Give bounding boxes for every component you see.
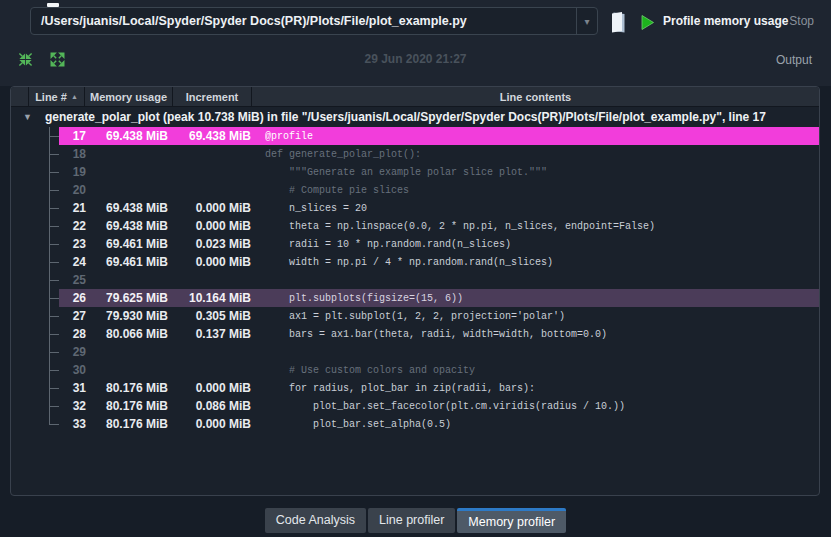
line-number: 33	[59, 417, 86, 431]
memory-usage-value: 80.176 MiB	[86, 381, 168, 395]
profile-line-row[interactable]: 31 80.176 MiB 0.000 MiB for radius, plot…	[11, 379, 819, 397]
line-number: 18	[59, 147, 86, 161]
table-header: Line # ▲ Memory usage Increment Line con…	[11, 87, 819, 107]
line-code: for radius, plot_bar in zip(radii, bars)…	[265, 383, 535, 394]
memory-usage-value: 79.625 MiB	[86, 291, 168, 305]
stop-button[interactable]: Stop	[789, 9, 814, 33]
increment-value: 0.000 MiB	[168, 219, 251, 233]
tab-memory-profiler[interactable]: Memory profiler	[457, 508, 566, 533]
column-header-memory-usage[interactable]: Memory usage	[85, 87, 173, 106]
column-header-line[interactable]: Line # ▲	[29, 87, 85, 106]
run-profiler-icon[interactable]	[640, 14, 656, 31]
profile-line-row[interactable]: 20 # Compute pie slices	[11, 181, 819, 199]
line-number: 26	[59, 291, 86, 305]
profile-memory-usage-button[interactable]: Profile memory usage	[663, 9, 788, 33]
tree-branch	[11, 253, 59, 271]
file-path-combobox[interactable]: /Users/juanis/Local/Spyder/Spyder Docs(P…	[30, 7, 598, 35]
profile-line-row[interactable]: 32 80.176 MiB 0.086 MiB plot_bar.set_fac…	[11, 397, 819, 415]
line-code: theta = np.linspace(0.0, 2 * np.pi, n_sl…	[265, 221, 655, 232]
tab-code-analysis[interactable]: Code Analysis	[265, 508, 366, 533]
line-number: 17	[59, 129, 86, 143]
profile-line-row[interactable]: 18 def generate_polar_plot():	[11, 145, 819, 163]
line-code: plt.subplots(figsize=(15, 6))	[265, 293, 463, 304]
profile-line-row[interactable]: 27 79.930 MiB 0.305 MiB ax1 = plt.subplo…	[11, 307, 819, 325]
line-code: n_slices = 20	[265, 203, 367, 214]
tree-branch	[11, 289, 59, 307]
tree-branch	[11, 145, 59, 163]
line-number: 28	[59, 327, 86, 341]
tree-branch	[11, 361, 59, 379]
increment-value: 0.086 MiB	[168, 399, 251, 413]
memory-usage-value: 69.461 MiB	[86, 255, 168, 269]
memory-usage-value: 80.176 MiB	[86, 417, 168, 431]
line-number: 29	[59, 345, 86, 359]
column-header-increment[interactable]: Increment	[173, 87, 252, 106]
column-header-line-label: Line #	[35, 91, 67, 103]
profile-line-row[interactable]: 23 69.461 MiB 0.023 MiB radii = 10 * np.…	[11, 235, 819, 253]
memory-usage-value: 79.930 MiB	[86, 309, 168, 323]
increment-value: 0.023 MiB	[168, 237, 251, 251]
memory-usage-value: 69.438 MiB	[86, 219, 168, 233]
profile-line-row[interactable]: 25	[11, 271, 819, 289]
profile-line-row[interactable]: 28 80.066 MiB 0.137 MiB bars = ax1.bar(t…	[11, 325, 819, 343]
memory-profiler-pane: /Users/juanis/Local/Spyder/Spyder Docs(P…	[0, 0, 831, 537]
function-summary-text: generate_polar_plot (peak 10.738 MiB) in…	[45, 110, 766, 124]
profile-line-row[interactable]: 22 69.438 MiB 0.000 MiB theta = np.linsp…	[11, 217, 819, 235]
sort-ascending-icon: ▲	[71, 93, 78, 100]
line-number: 27	[59, 309, 86, 323]
tree-branch	[11, 379, 59, 397]
profile-line-row[interactable]: 19 """Generate an example polar slice pl…	[11, 163, 819, 181]
increment-value: 69.438 MiB	[168, 129, 251, 143]
file-path-value[interactable]: /Users/juanis/Local/Spyder/Spyder Docs(P…	[31, 14, 576, 28]
tree-branch	[11, 127, 59, 145]
line-number: 19	[59, 165, 86, 179]
run-timestamp: 29 Jun 2020 21:27	[0, 52, 831, 66]
increment-value: 0.000 MiB	[168, 417, 251, 431]
tree-branch	[11, 415, 59, 433]
line-code: width = np.pi / 4 * np.random.rand(n_sli…	[265, 257, 553, 268]
increment-value: 0.000 MiB	[168, 255, 251, 269]
increment-value: 0.137 MiB	[168, 327, 251, 341]
increment-value: 0.305 MiB	[168, 309, 251, 323]
line-code: plot_bar.set_facecolor(plt.cm.viridis(ra…	[265, 401, 625, 412]
column-header-line-contents[interactable]: Line contents	[252, 87, 819, 106]
line-code: """Generate an example polar slice plot.…	[265, 167, 547, 178]
memory-usage-value: 80.066 MiB	[86, 327, 168, 341]
profile-line-row[interactable]: 17 69.438 MiB 69.438 MiB @profile	[11, 127, 819, 145]
tree-branch	[11, 325, 59, 343]
profile-line-row[interactable]: 30 # Use custom colors and opacity	[11, 361, 819, 379]
increment-value: 0.000 MiB	[168, 201, 251, 215]
line-number: 31	[59, 381, 86, 395]
line-number: 25	[59, 273, 86, 287]
tree-branch	[11, 235, 59, 253]
function-summary-row[interactable]: ▼ generate_polar_plot (peak 10.738 MiB) …	[11, 107, 819, 127]
memory-usage-value: 80.176 MiB	[86, 399, 168, 413]
line-code: ax1 = plt.subplot(1, 2, 2, projection='p…	[265, 311, 565, 322]
increment-value: 0.000 MiB	[168, 381, 251, 395]
line-code: bars = ax1.bar(theta, radii, width=width…	[265, 329, 607, 340]
chevron-down-icon[interactable]: ▾	[576, 8, 597, 34]
memory-profile-table: Line # ▲ Memory usage Increment Line con…	[10, 86, 820, 496]
tree-branch	[11, 271, 59, 289]
tree-branch	[11, 307, 59, 325]
tree-branch	[11, 343, 59, 361]
line-code: @profile	[265, 131, 313, 142]
line-number: 32	[59, 399, 86, 413]
profile-line-row[interactable]: 21 69.438 MiB 0.000 MiB n_slices = 20	[11, 199, 819, 217]
profile-table-body: ▼ generate_polar_plot (peak 10.738 MiB) …	[11, 107, 819, 495]
output-file-icon[interactable]	[609, 11, 627, 34]
profile-line-row[interactable]: 33 80.176 MiB 0.000 MiB plot_bar.set_alp…	[11, 415, 819, 433]
profile-line-row[interactable]: 26 79.625 MiB 10.164 MiB plt.subplots(fi…	[11, 289, 819, 307]
output-link[interactable]: Output	[776, 53, 812, 67]
profile-line-row[interactable]: 24 69.461 MiB 0.000 MiB width = np.pi / …	[11, 253, 819, 271]
line-number: 23	[59, 237, 86, 251]
bottom-tabbar: Code AnalysisLine profilerMemory profile…	[0, 496, 831, 537]
line-number: 21	[59, 201, 86, 215]
collapse-triangle-icon[interactable]: ▼	[23, 112, 45, 122]
memory-usage-value: 69.461 MiB	[86, 237, 168, 251]
header-spacer	[11, 87, 29, 106]
profile-line-row[interactable]: 29	[11, 343, 819, 361]
tree-branch	[11, 217, 59, 235]
line-number: 24	[59, 255, 86, 269]
tab-line-profiler[interactable]: Line profiler	[368, 508, 455, 533]
